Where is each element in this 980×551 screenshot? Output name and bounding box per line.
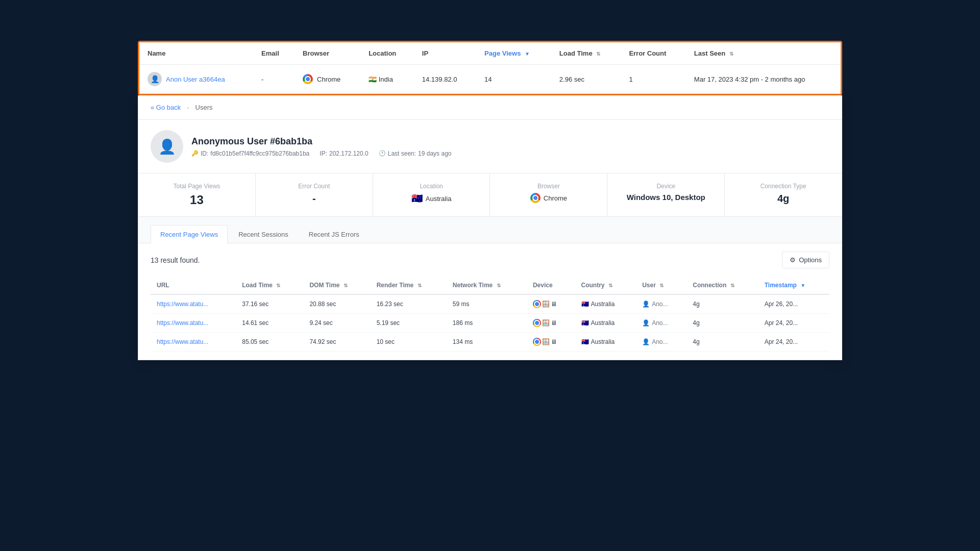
- last-seen-label: Last seen:: [388, 150, 416, 157]
- row1-connection: 4g: [687, 294, 758, 314]
- user-val-row1: Ano...: [652, 300, 668, 308]
- url-link-1[interactable]: https://www.atatu...: [157, 300, 208, 308]
- chrome-icon-row: [303, 74, 313, 84]
- gear-icon: ⚙: [790, 256, 796, 264]
- last-seen-value: 19 days ago: [418, 150, 451, 157]
- row2-load-time: 14.61 sec: [236, 314, 303, 333]
- col-email: Email: [253, 42, 295, 65]
- user-loadtime-cell: 2.96 sec: [551, 65, 621, 94]
- chrome-icon-row3: [533, 338, 541, 346]
- col-browser: Browser: [295, 42, 360, 65]
- data-table: URL Load Time ⇅ DOM Time ⇅ Render Time ⇅: [151, 277, 829, 352]
- sort-load-time-icon: ⇅: [596, 51, 600, 57]
- stat-location: Location 🇦🇺 Australia: [373, 173, 491, 216]
- id-icon: 🔑: [191, 150, 199, 157]
- tab-recent-sessions[interactable]: Recent Sessions: [229, 225, 298, 243]
- user-link[interactable]: Anon User a3664ea: [166, 76, 225, 83]
- flag-au-row1: 🇦🇺: [581, 300, 589, 308]
- col-network-time[interactable]: Network Time ⇅: [447, 277, 527, 294]
- go-back-link[interactable]: « Go back: [151, 104, 181, 111]
- total-page-views-value: 13: [151, 193, 243, 207]
- results-section: 13 result found. ⚙ Options URL Load Time…: [138, 243, 842, 360]
- sort-dom-icon: ⇅: [344, 283, 348, 288]
- sort-timestamp-icon: ▼: [800, 283, 805, 288]
- monitor-icon-row3: 🖥: [551, 338, 557, 345]
- user-meta: 🔑 ID: fd8c01b5ef7f4ffc9cc975b276bab1ba I…: [191, 150, 451, 157]
- user-profile-section: 👤 Anonymous User #6bab1ba 🔑 ID: fd8c01b5…: [138, 120, 842, 173]
- row2-url[interactable]: https://www.atatu...: [151, 314, 236, 333]
- user-info-block: Anonymous User #6bab1ba 🔑 ID: fd8c01b5ef…: [191, 136, 451, 157]
- options-button[interactable]: ⚙ Options: [782, 252, 829, 268]
- avatar-small: 👤: [148, 72, 162, 86]
- col-dom-time[interactable]: DOM Time ⇅: [303, 277, 370, 294]
- col-country[interactable]: Country ⇅: [575, 277, 636, 294]
- row3-device: 🪟 🖥: [527, 333, 575, 352]
- table-row[interactable]: https://www.atatu... 14.61 sec 9.24 sec …: [151, 314, 829, 333]
- col-ip: IP: [414, 42, 476, 65]
- col-timestamp[interactable]: Timestamp ▼: [758, 277, 829, 294]
- tab-recent-page-views[interactable]: Recent Page Views: [151, 225, 228, 243]
- browser-value-row: Chrome: [502, 193, 595, 203]
- col-load-time[interactable]: Load Time ⇅: [236, 277, 303, 294]
- browser-label-stat: Browser: [502, 183, 595, 190]
- col-last-seen[interactable]: Last Seen ⇅: [686, 42, 841, 65]
- connection-label: Connection Type: [737, 183, 829, 190]
- error-count-label: Error Count: [268, 183, 360, 190]
- stat-device: Device Windows 10, Desktop: [607, 173, 725, 216]
- row2-network-time: 186 ms: [447, 314, 527, 333]
- row2-user: 👤 Ano...: [636, 314, 687, 333]
- col-page-views[interactable]: Page Views ▼: [476, 42, 551, 65]
- col-name: Name: [139, 42, 253, 65]
- url-link-2[interactable]: https://www.atatu...: [157, 319, 208, 327]
- location-value: Australia: [426, 195, 452, 203]
- url-link-3[interactable]: https://www.atatu...: [157, 338, 208, 345]
- col-load-time[interactable]: Load Time ⇅: [551, 42, 621, 65]
- stat-error-count: Error Count -: [256, 173, 373, 216]
- location-label: Location: [385, 183, 478, 190]
- user-icon-row1: 👤: [642, 300, 650, 308]
- device-label: Device: [620, 183, 712, 190]
- breadcrumb-users: Users: [195, 104, 213, 111]
- connection-value: 4g: [737, 193, 829, 205]
- users-table-wrapper: Name Email Browser Location IP Page View…: [138, 41, 842, 95]
- user-id-meta: 🔑 ID: fd8c01b5ef7f4ffc9cc975b276bab1ba: [191, 150, 309, 157]
- stat-total-page-views: Total Page Views 13: [138, 173, 256, 216]
- table-row[interactable]: https://www.atatu... 37.16 sec 20.88 sec…: [151, 294, 829, 314]
- stat-connection: Connection Type 4g: [725, 173, 842, 216]
- location-text: India: [379, 76, 393, 83]
- table-row[interactable]: 👤 Anon User a3664ea - Chrome 🇮🇳 India: [139, 65, 841, 94]
- row3-user: 👤 Ano...: [636, 333, 687, 352]
- row2-render-time: 5.19 sec: [371, 314, 447, 333]
- row1-timestamp: Apr 26, 20...: [758, 294, 829, 314]
- ip-value: 202.172.120.0: [329, 150, 369, 157]
- row1-device: 🪟 🖥: [527, 294, 575, 314]
- table-row[interactable]: https://www.atatu... 85.05 sec 74.92 sec…: [151, 333, 829, 352]
- flag-au-row2: 🇦🇺: [581, 319, 589, 327]
- users-table: Name Email Browser Location IP Page View…: [139, 42, 841, 94]
- sort-country-icon: ⇅: [608, 283, 612, 288]
- user-pageviews-cell: 14: [476, 65, 551, 94]
- windows-icon-row3: 🪟: [542, 338, 550, 345]
- row3-load-time: 85.05 sec: [236, 333, 303, 352]
- row2-device: 🪟 🖥: [527, 314, 575, 333]
- row1-user: 👤 Ano...: [636, 294, 687, 314]
- user-name-cell[interactable]: 👤 Anon User a3664ea: [139, 65, 253, 94]
- sort-network-icon: ⇅: [497, 283, 501, 288]
- sort-user-icon: ⇅: [659, 283, 664, 288]
- row1-url[interactable]: https://www.atatu...: [151, 294, 236, 314]
- row3-url[interactable]: https://www.atatu...: [151, 333, 236, 352]
- chrome-icon-stat: [530, 193, 541, 203]
- row3-connection: 4g: [687, 333, 758, 352]
- col-render-time[interactable]: Render Time ⇅: [371, 277, 447, 294]
- user-email-cell: -: [253, 65, 295, 94]
- monitor-icon-row1: 🖥: [551, 300, 557, 308]
- tabs-bar: Recent Page Views Recent Sessions Recent…: [138, 217, 842, 243]
- browser-value: Chrome: [544, 194, 567, 202]
- detail-panel: « Go back - Users 👤 Anonymous User #6bab…: [138, 95, 842, 360]
- tab-recent-js-errors[interactable]: Recent JS Errors: [299, 225, 369, 243]
- flag-india-icon: 🇮🇳: [369, 76, 377, 83]
- col-user[interactable]: User ⇅: [636, 277, 687, 294]
- user-lastseen-cell: Mar 17, 2023 4:32 pm - 2 months ago: [686, 65, 841, 94]
- col-connection[interactable]: Connection ⇅: [687, 277, 758, 294]
- sort-render-icon: ⇅: [418, 283, 422, 288]
